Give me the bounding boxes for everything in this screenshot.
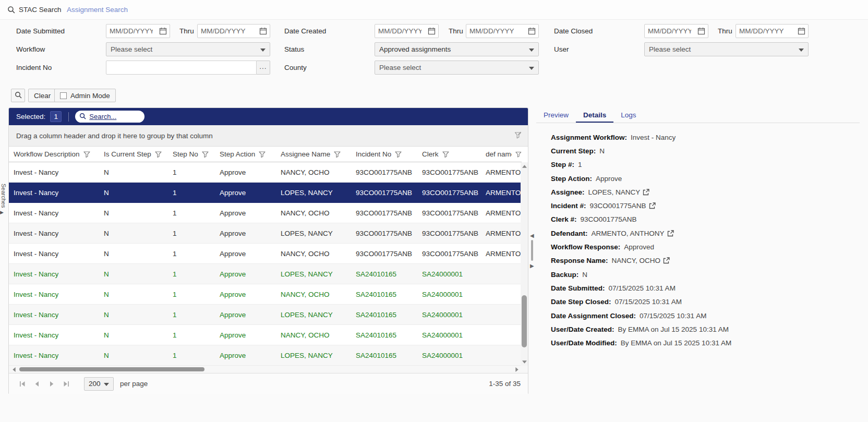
admin-mode-button[interactable]: Admin Mode xyxy=(54,89,116,102)
pager-first-icon[interactable] xyxy=(16,378,29,390)
table-cell: NANCY, OCHO xyxy=(276,325,351,345)
breadcrumb-root[interactable]: STAC Search xyxy=(19,0,62,20)
date-submitted-to-field[interactable] xyxy=(197,24,270,38)
table-cell: 1 xyxy=(168,223,215,243)
incident-no-input[interactable] xyxy=(106,61,256,74)
detail-field-value: NANCY, OCHO xyxy=(612,257,661,264)
date-submitted-from-field[interactable] xyxy=(106,24,170,38)
column-header-clerk[interactable]: Clerk xyxy=(417,147,481,162)
expand-arrow-icon: ▶ xyxy=(0,210,7,215)
column-header-step-no[interactable]: Step No xyxy=(168,147,215,162)
clear-button[interactable]: Clear xyxy=(28,89,56,102)
date-closed-to-field[interactable] xyxy=(736,24,809,38)
filter-icon[interactable] xyxy=(334,151,341,158)
date-created-to-field[interactable] xyxy=(466,24,539,38)
filter-icon[interactable] xyxy=(155,151,162,158)
calendar-icon[interactable] xyxy=(694,25,708,38)
table-row[interactable]: Invest - NancyN1ApproveLOPES, NANCYSA240… xyxy=(9,305,522,325)
external-link-icon[interactable] xyxy=(649,202,656,209)
date-closed-from-input[interactable] xyxy=(645,27,694,35)
table-row[interactable]: Invest - NancyN1ApproveLOPES, NANCYSA240… xyxy=(9,345,522,366)
breadcrumb-current: Assignment Search xyxy=(67,0,128,20)
county-select[interactable]: Please select xyxy=(375,61,539,75)
table-cell: Invest - Nancy xyxy=(9,162,99,182)
table-cell: Approve xyxy=(215,203,276,223)
external-link-icon[interactable] xyxy=(643,189,649,196)
calendar-icon[interactable] xyxy=(156,25,170,38)
group-by-bar[interactable]: Drag a column header and drop it here to… xyxy=(9,125,528,147)
column-header-step-action[interactable]: Step Action xyxy=(215,147,276,162)
column-header-label: Clerk xyxy=(422,150,439,158)
table-cell: SA24000001 xyxy=(417,264,481,284)
date-created-from-input[interactable] xyxy=(375,27,425,35)
table-cell: ARMENTO xyxy=(481,183,522,202)
vertical-scroll-thumb[interactable] xyxy=(522,295,527,347)
calendar-icon[interactable] xyxy=(256,25,270,38)
admin-mode-checkbox[interactable] xyxy=(60,92,67,99)
selected-count-badge[interactable]: 1 xyxy=(50,111,62,122)
external-link-icon[interactable] xyxy=(667,230,674,237)
calendar-icon[interactable] xyxy=(794,25,808,38)
status-select[interactable]: Approved assignments xyxy=(375,42,539,56)
date-created-to-input[interactable] xyxy=(466,27,525,35)
column-header-is-current-step[interactable]: Is Current Step xyxy=(99,147,168,162)
incident-no-field[interactable] xyxy=(106,61,257,75)
workflow-select[interactable]: Please select xyxy=(106,42,270,56)
table-row[interactable]: Invest - NancyN1ApproveNANCY, OCHO93CO00… xyxy=(9,162,522,183)
date-closed-to-input[interactable] xyxy=(736,27,794,35)
scroll-up-icon[interactable] xyxy=(521,162,528,170)
table-row[interactable]: Invest - NancyN1ApproveNANCY, OCHO93CO00… xyxy=(9,203,522,223)
table-cell: N xyxy=(99,305,168,324)
table-cell: N xyxy=(99,244,168,263)
page-size-select[interactable]: 200 xyxy=(84,377,114,391)
table-row[interactable]: Invest - NancyN1ApproveNANCY, OCHOSA2401… xyxy=(9,284,522,305)
scroll-right-icon[interactable] xyxy=(513,366,521,373)
table-row[interactable]: Invest - NancyN1ApproveNANCY, OCHO93CO00… xyxy=(9,244,522,264)
table-row[interactable]: Invest - NancyN1ApproveLOPES, NANCY93CO0… xyxy=(9,183,522,203)
table-cell: SA24010165 xyxy=(351,325,417,345)
pager-next-icon[interactable] xyxy=(45,378,58,390)
table-row[interactable]: Invest - NancyN1ApproveLOPES, NANCY93CO0… xyxy=(9,223,522,244)
filter-icon[interactable] xyxy=(83,151,90,158)
date-created-from-field[interactable] xyxy=(375,24,439,38)
clear-grouping-icon[interactable] xyxy=(514,131,522,140)
splitter-collapse-right-icon[interactable]: ▶ xyxy=(530,263,534,269)
pager-prev-icon[interactable] xyxy=(31,378,43,390)
tab-preview[interactable]: Preview xyxy=(536,107,576,123)
incident-no-lookup-button[interactable]: ... xyxy=(257,61,270,75)
scroll-down-icon[interactable] xyxy=(521,358,528,366)
table-row[interactable]: Invest - NancyN1ApproveNANCY, OCHOSA2401… xyxy=(9,325,522,345)
horizontal-scrollbar[interactable] xyxy=(9,366,528,373)
filter-icon[interactable] xyxy=(202,151,209,158)
grid-search-field[interactable] xyxy=(75,111,144,123)
table-cell: N xyxy=(99,264,168,284)
table-row[interactable]: Invest - NancyN1ApproveLOPES, NANCYSA240… xyxy=(9,264,522,284)
splitter-handle[interactable] xyxy=(531,240,533,261)
filter-icon[interactable] xyxy=(395,151,402,158)
column-header-incident-no[interactable]: Incident No xyxy=(351,147,417,162)
filter-icon[interactable] xyxy=(259,151,266,158)
date-submitted-from-input[interactable] xyxy=(106,27,156,35)
column-header-assignee-name[interactable]: Assignee Name xyxy=(276,147,351,162)
tab-details[interactable]: Details xyxy=(576,107,613,123)
calendar-icon[interactable] xyxy=(525,25,538,38)
horizontal-scroll-thumb[interactable] xyxy=(19,367,204,371)
column-header-workflow-description[interactable]: Workflow Description xyxy=(9,147,99,162)
tab-logs[interactable]: Logs xyxy=(613,107,643,123)
searches-side-tab[interactable]: Searches ▶ xyxy=(0,184,7,215)
date-closed-from-field[interactable] xyxy=(644,24,708,38)
splitter-collapse-left-icon[interactable]: ◀ xyxy=(530,233,534,238)
run-search-button[interactable] xyxy=(11,89,25,102)
filter-icon[interactable] xyxy=(442,151,449,158)
filter-icon[interactable] xyxy=(515,151,522,158)
date-submitted-to-input[interactable] xyxy=(198,27,256,35)
vertical-scrollbar[interactable] xyxy=(521,162,528,366)
pager-last-icon[interactable] xyxy=(60,378,73,390)
scroll-left-icon[interactable] xyxy=(10,366,18,373)
column-header-def-name[interactable]: def name xyxy=(481,147,522,162)
calendar-icon[interactable] xyxy=(425,25,438,38)
user-select[interactable]: Please select xyxy=(644,42,809,56)
grid-search-input[interactable] xyxy=(89,113,140,120)
table-cell: Invest - Nancy xyxy=(9,264,99,284)
external-link-icon[interactable] xyxy=(663,257,670,264)
